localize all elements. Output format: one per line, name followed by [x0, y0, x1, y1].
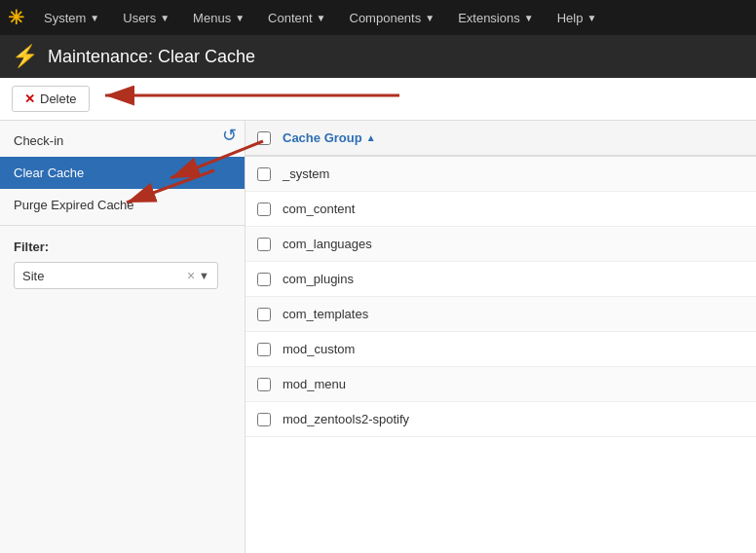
filter-dropdown-icon[interactable]: ▼ — [199, 270, 209, 281]
chevron-down-icon: ▼ — [235, 13, 245, 23]
row-label: com_content — [283, 202, 355, 216]
nav-extensions[interactable]: Extensions ▼ — [448, 5, 544, 31]
chevron-down-icon: ▼ — [425, 13, 435, 23]
filter-label: Filter: — [14, 240, 231, 254]
table-row: mod_custom — [246, 332, 756, 367]
chevron-down-icon: ▼ — [160, 13, 170, 23]
row-checkbox[interactable] — [257, 413, 271, 426]
row-checkbox[interactable] — [257, 203, 271, 216]
page-header: ⚡ Maintenance: Clear Cache — [0, 35, 756, 78]
nav-content[interactable]: Content ▼ — [258, 5, 335, 31]
table-row: mod_menu — [246, 367, 756, 402]
refresh-icon[interactable]: ↺ — [222, 125, 237, 146]
table-row: _system — [246, 157, 756, 192]
chevron-down-icon: ▼ — [586, 13, 596, 23]
filter-section: Filter: Site × ▼ — [0, 225, 245, 303]
row-label: com_languages — [283, 237, 372, 251]
x-icon: ✕ — [24, 92, 35, 106]
nav-components[interactable]: Components ▼ — [340, 5, 445, 31]
sidebar: ↺ Check-in Clear Cache Purge Expired Cac… — [0, 121, 246, 553]
filter-select[interactable]: Site × ▼ — [14, 262, 218, 289]
nav-system[interactable]: System ▼ — [34, 5, 109, 31]
lightning-icon: ⚡ — [12, 44, 38, 69]
table-row: com_plugins — [246, 262, 756, 297]
table-row: com_templates — [246, 297, 756, 332]
chevron-down-icon: ▼ — [317, 13, 326, 23]
table-row: mod_zentools2-spotify — [246, 402, 756, 437]
sidebar-item-purge-expired-cache[interactable]: Purge Expired Cache — [0, 189, 245, 221]
filter-clear-icon[interactable]: × — [187, 268, 195, 283]
delete-button[interactable]: ✕ Delete — [12, 86, 90, 112]
row-label: mod_menu — [283, 377, 346, 391]
page-title: Maintenance: Clear Cache — [48, 47, 255, 67]
row-checkbox[interactable] — [257, 273, 271, 286]
row-label: com_templates — [283, 307, 368, 321]
nav-users[interactable]: Users ▼ — [113, 5, 179, 31]
cache-table: Cache Group ▲ _system com_content com_la… — [246, 121, 756, 553]
table-header: Cache Group ▲ — [246, 121, 756, 157]
row-label: mod_zentools2-spotify — [283, 412, 409, 426]
row-label: mod_custom — [283, 342, 355, 356]
row-checkbox[interactable] — [257, 167, 271, 181]
table-row: com_content — [246, 192, 756, 227]
sidebar-item-clear-cache[interactable]: Clear Cache — [0, 157, 245, 189]
nav-help[interactable]: Help ▼ — [548, 5, 607, 31]
sort-asc-icon: ▲ — [366, 132, 376, 143]
row-label: com_plugins — [283, 272, 354, 286]
select-all-checkbox[interactable] — [257, 131, 271, 145]
row-checkbox[interactable] — [257, 308, 271, 321]
top-navigation: ✳ System ▼ Users ▼ Menus ▼ Content ▼ Com… — [0, 0, 756, 35]
toolbar: ✕ Delete — [0, 78, 756, 121]
chevron-down-icon: ▼ — [90, 13, 99, 23]
sidebar-item-check-in[interactable]: Check-in — [0, 125, 245, 157]
main-content: ↺ Check-in Clear Cache Purge Expired Cac… — [0, 121, 756, 553]
cache-group-column-header[interactable]: Cache Group ▲ — [283, 130, 376, 145]
joomla-logo: ✳ — [8, 6, 24, 29]
table-row: com_languages — [246, 227, 756, 262]
row-checkbox[interactable] — [257, 238, 271, 251]
nav-menus[interactable]: Menus ▼ — [183, 5, 254, 31]
row-label: _system — [283, 166, 329, 181]
row-checkbox[interactable] — [257, 343, 271, 356]
row-checkbox[interactable] — [257, 378, 271, 391]
chevron-down-icon: ▼ — [524, 13, 534, 23]
